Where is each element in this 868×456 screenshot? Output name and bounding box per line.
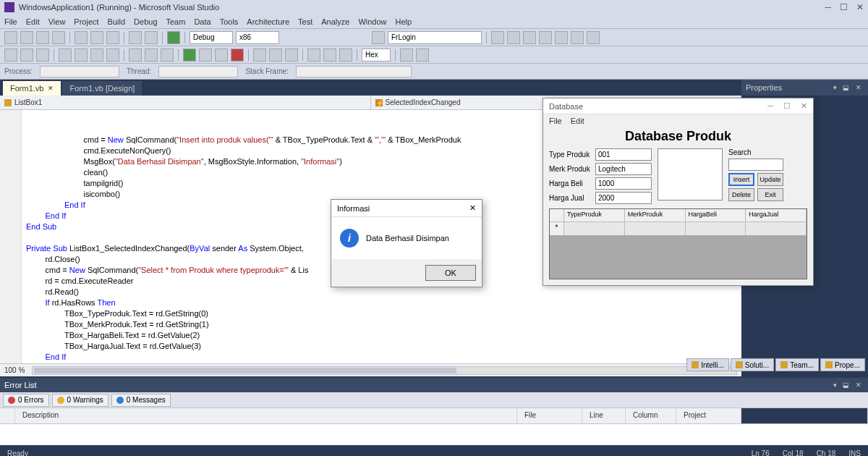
gridcol-type[interactable]: TypeProduk — [564, 209, 625, 222]
tb2-i[interactable] — [145, 48, 158, 62]
stop-icon[interactable] — [231, 48, 244, 62]
db-maximize-icon[interactable]: ☐ — [783, 101, 791, 111]
start-icon[interactable] — [167, 31, 180, 44]
gridcol-beli[interactable]: HargaBeli — [686, 209, 746, 222]
input-harga-jual[interactable] — [595, 192, 652, 204]
tb2-p[interactable] — [416, 48, 429, 62]
menu-edit[interactable]: Edit — [26, 17, 40, 26]
tb2-d[interactable] — [59, 48, 72, 62]
errorlist-pin-icon[interactable]: ▾ ⬓ ✕ — [833, 381, 864, 389]
menu-help[interactable]: Help — [396, 17, 412, 26]
input-search[interactable] — [728, 159, 783, 171]
tab-close-icon[interactable]: ✕ — [48, 85, 54, 92]
tb2-k[interactable] — [199, 48, 212, 62]
save-all-icon[interactable] — [52, 31, 65, 44]
tb2-f[interactable] — [90, 48, 103, 62]
tb-icon-b[interactable] — [507, 31, 520, 44]
tb2-a[interactable] — [4, 48, 17, 62]
menu-data[interactable]: Data — [194, 17, 210, 26]
input-type-produk[interactable] — [595, 148, 652, 161]
gridcol-merk[interactable]: MerkProduk — [625, 209, 686, 222]
tb-icon-d[interactable] — [539, 31, 552, 44]
tb-icon-f[interactable] — [571, 31, 584, 44]
db-menu-edit[interactable]: Edit — [571, 117, 584, 125]
tb2-h[interactable] — [129, 48, 142, 62]
tb2-e[interactable] — [75, 48, 88, 62]
tb2-g[interactable] — [106, 48, 119, 62]
save-icon[interactable] — [36, 31, 49, 44]
msgbox-close-icon[interactable]: ✕ — [469, 203, 476, 213]
exit-button[interactable]: Exit — [757, 188, 783, 201]
config-combo[interactable]: Debug — [190, 31, 233, 44]
db-menu-file[interactable]: File — [549, 117, 562, 125]
process-field[interactable] — [40, 66, 119, 77]
horizontal-scrollbar[interactable] — [32, 366, 737, 375]
paste-icon[interactable] — [106, 31, 119, 44]
ok-button[interactable]: OK — [425, 265, 476, 281]
menu-test[interactable]: Test — [298, 17, 312, 26]
continue-icon[interactable] — [183, 48, 196, 62]
update-button[interactable]: Update — [757, 173, 783, 186]
step-out-icon[interactable] — [285, 48, 298, 62]
redo-icon[interactable] — [145, 31, 158, 44]
menu-build[interactable]: Build — [108, 17, 125, 26]
zoom-level[interactable]: 100 % — [4, 366, 25, 374]
menu-analyze[interactable]: Analyze — [321, 17, 349, 26]
tab-form1-vb[interactable]: Form1.vb✕ — [3, 81, 61, 96]
data-grid[interactable]: TypeProduk MerkProduk HargaBeli HargaJua… — [549, 208, 807, 279]
panel-pin-icon[interactable]: ▾ ⬓ ✕ — [833, 84, 864, 91]
cut-icon[interactable] — [75, 31, 88, 44]
tb-icon-e[interactable] — [555, 31, 568, 44]
warnings-filter[interactable]: 0 Warnings — [52, 394, 109, 407]
tb2-n[interactable] — [339, 48, 352, 62]
gridcol-jual[interactable]: HargaJual — [746, 209, 807, 222]
menu-tools[interactable]: Tools — [220, 17, 239, 26]
tab-form1-design[interactable]: Form1.vb [Design] — [62, 81, 142, 96]
menu-file[interactable]: File — [4, 17, 17, 26]
tb2-j[interactable] — [161, 48, 174, 62]
step-into-icon[interactable] — [253, 48, 266, 62]
input-harga-beli[interactable] — [595, 177, 652, 190]
col-file[interactable]: File — [517, 408, 582, 423]
col-column[interactable]: Column — [626, 408, 676, 423]
input-merk-produk[interactable] — [595, 163, 652, 175]
hex-combo[interactable]: Hex — [362, 48, 391, 62]
menu-architecture[interactable]: Architecture — [247, 17, 289, 26]
undo-icon[interactable] — [129, 31, 142, 44]
tab-solution[interactable]: Soluti... — [731, 358, 774, 371]
listbox-produk[interactable] — [658, 148, 723, 200]
minimize-icon[interactable]: ─ — [825, 2, 831, 12]
tab-team[interactable]: Team... — [775, 358, 819, 371]
menu-team[interactable]: Team — [166, 17, 186, 26]
thread-field[interactable] — [158, 66, 238, 77]
tb-icon-g[interactable] — [587, 31, 600, 44]
maximize-icon[interactable]: ☐ — [840, 2, 848, 12]
copy-icon[interactable] — [90, 31, 103, 44]
tab-intellitrace[interactable]: Intelli... — [686, 358, 729, 371]
tab-properties[interactable]: Prope... — [820, 358, 865, 371]
open-icon[interactable] — [20, 31, 33, 44]
tb-icon-c[interactable] — [523, 31, 536, 44]
platform-combo[interactable]: x86 — [236, 31, 279, 44]
new-project-icon[interactable] — [4, 31, 17, 44]
class-combo[interactable]: ListBox1 — [0, 96, 371, 109]
insert-button[interactable]: Insert — [728, 173, 754, 186]
close-icon[interactable]: ✕ — [856, 2, 864, 12]
menu-project[interactable]: Project — [74, 17, 98, 26]
db-minimize-icon[interactable]: ─ — [767, 101, 773, 111]
find-icon[interactable] — [372, 31, 385, 44]
startup-combo[interactable]: FrLogin — [388, 31, 482, 44]
errors-filter[interactable]: 0 Errors — [3, 394, 49, 407]
col-project[interactable]: Project — [676, 408, 741, 423]
tb2-o[interactable] — [400, 48, 413, 62]
db-close-icon[interactable]: ✕ — [801, 101, 807, 111]
step-over-icon[interactable] — [269, 48, 282, 62]
messages-filter[interactable]: 0 Messages — [111, 394, 171, 407]
tb2-b[interactable] — [20, 48, 33, 62]
break-icon[interactable] — [215, 48, 228, 62]
col-description[interactable]: Description — [15, 408, 517, 423]
menu-window[interactable]: Window — [358, 17, 386, 26]
menu-debug[interactable]: Debug — [134, 17, 157, 26]
tb-icon-a[interactable] — [491, 31, 504, 44]
stack-field[interactable] — [296, 66, 412, 77]
